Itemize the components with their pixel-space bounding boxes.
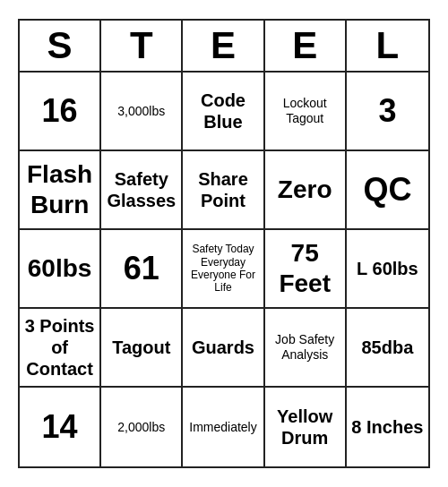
- bingo-cell-20: 14: [20, 388, 101, 466]
- bingo-cell-13: 75 Feet: [265, 230, 347, 309]
- bingo-cell-4: 3: [347, 73, 428, 151]
- cell-text-7: Share Point: [186, 168, 259, 211]
- header-cell-t1: T: [101, 21, 183, 71]
- cell-text-19: 85dba: [361, 337, 413, 358]
- bingo-cell-2: Code Blue: [183, 73, 264, 151]
- cell-text-15: 3 Points of Contact: [23, 315, 96, 380]
- cell-text-22: Immediately: [189, 420, 256, 435]
- bingo-cell-22: Immediately: [183, 388, 264, 466]
- header-row: STEEL: [20, 21, 428, 73]
- cell-text-1: 3,000lbs: [117, 104, 165, 119]
- bingo-cell-17: Guards: [183, 309, 264, 388]
- cell-text-23: Yellow Drum: [269, 406, 341, 449]
- cell-text-3: Lockout Tagout: [269, 96, 341, 126]
- cell-text-5: Flash Burn: [23, 159, 96, 219]
- cell-text-24: 8 Inches: [351, 416, 423, 438]
- bingo-cell-6: Safety Glasses: [101, 151, 183, 230]
- cell-text-11: 61: [124, 249, 159, 287]
- bingo-cell-16: Tagout: [101, 309, 183, 388]
- bingo-cell-1: 3,000lbs: [101, 73, 183, 151]
- cell-text-12: Safety Today Everyday Everyone For Life: [186, 243, 259, 295]
- bingo-card: STEEL 163,000lbsCode BlueLockout Tagout3…: [18, 19, 430, 468]
- cell-text-2: Code Blue: [186, 90, 259, 132]
- bingo-cell-15: 3 Points of Contact: [20, 309, 101, 388]
- header-cell-l4: L: [347, 21, 428, 71]
- bingo-cell-18: Job Safety Analysis: [265, 309, 347, 388]
- bingo-cell-3: Lockout Tagout: [265, 73, 347, 151]
- bingo-grid: 163,000lbsCode BlueLockout Tagout3Flash …: [20, 73, 428, 466]
- cell-text-8: Zero: [278, 175, 332, 205]
- bingo-cell-23: Yellow Drum: [265, 388, 347, 466]
- bingo-cell-14: L 60lbs: [347, 230, 428, 309]
- cell-text-14: L 60lbs: [357, 258, 418, 279]
- bingo-cell-5: Flash Burn: [20, 151, 101, 230]
- bingo-cell-21: 2,000lbs: [101, 388, 183, 466]
- bingo-cell-8: Zero: [265, 151, 347, 230]
- bingo-cell-11: 61: [101, 230, 183, 309]
- cell-text-17: Guards: [192, 337, 254, 358]
- cell-text-21: 2,000lbs: [117, 420, 165, 435]
- cell-text-9: QC: [363, 170, 411, 209]
- cell-text-20: 14: [42, 407, 78, 446]
- cell-text-6: Safety Glasses: [105, 168, 177, 211]
- cell-text-13: 75 Feet: [269, 238, 341, 298]
- cell-text-18: Job Safety Analysis: [269, 332, 341, 363]
- bingo-cell-9: QC: [347, 151, 428, 230]
- bingo-cell-24: 8 Inches: [347, 388, 428, 466]
- bingo-cell-7: Share Point: [183, 151, 264, 230]
- bingo-cell-0: 16: [20, 73, 101, 151]
- header-cell-e2: E: [183, 21, 264, 71]
- cell-text-10: 60lbs: [28, 253, 92, 284]
- cell-text-4: 3: [378, 91, 396, 130]
- header-cell-e3: E: [265, 21, 347, 71]
- header-cell-s0: S: [20, 21, 101, 71]
- bingo-cell-10: 60lbs: [20, 230, 101, 309]
- cell-text-0: 16: [42, 91, 78, 130]
- bingo-cell-12: Safety Today Everyday Everyone For Life: [183, 230, 264, 309]
- bingo-cell-19: 85dba: [347, 309, 428, 388]
- cell-text-16: Tagout: [112, 337, 170, 358]
